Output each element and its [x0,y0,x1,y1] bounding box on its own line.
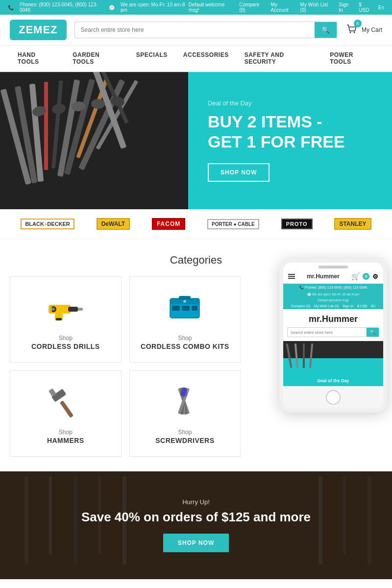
screwdrivers-name: SCREWDRIVERS [155,437,214,444]
screwdrivers-icon [165,383,204,422]
mobile-cart-badge: 0 [363,273,369,280]
svg-rect-52 [303,343,305,368]
svg-rect-22 [78,308,83,311]
mobile-status-bar [283,263,383,270]
mobile-brand-label: mr.Hummer [307,273,340,280]
cordless-drills-shop-label: Shop [59,335,73,342]
search-input[interactable] [75,22,315,38]
nav-accessories[interactable]: ACCESSORIES [175,46,237,71]
mobile-wishlist-link[interactable]: My Wish List (0) [314,304,339,308]
mobile-phone-info: 📞 Phones: (800) 123-0045, (800) 123-0046 [283,284,383,292]
clock-icon: 🕐 [109,5,115,10]
brand-stanley[interactable]: STANLEY [334,218,371,230]
mobile-signin-link[interactable]: Sign In [343,304,353,308]
brand-proto[interactable]: PROTO [281,219,313,229]
cart-icon-wrap: 6 [345,23,359,38]
nav-specials[interactable]: SPECIALS [128,46,175,71]
cordless-drills-icon [46,289,85,328]
mobile-settings-icon[interactable]: ⚙ [372,273,378,280]
nav-garden-tools[interactable]: GARDEN TOOLS [65,46,128,71]
promo-content: Hurry Up! Save 40% on orders of $125 and… [81,498,311,552]
mobile-notch [318,266,348,269]
logo[interactable]: ZEMEZ [10,20,67,40]
nav-power-tools[interactable]: POWER TOOLS [322,46,382,71]
mobile-preview: mr.Hummer 🛒 0 ⚙ 📞 Phones: (800) 123-0045… [279,259,387,413]
compare-link[interactable]: Compare (0) [239,2,265,13]
mobile-app-header: mr.Hummer 🛒 0 ⚙ [283,270,383,284]
welcome-msg: Default welcome msg! [189,2,234,13]
cordless-drills-name: CORDLESS DRILLS [31,343,100,350]
svg-rect-30 [179,296,191,300]
svg-rect-31 [172,306,180,311]
promo-shop-now-button[interactable]: Shop Now [163,534,229,552]
cordless-combo-name: CORDLESS COMBO KITS [141,343,229,350]
mobile-cart-icon[interactable]: 🛒 [351,272,360,280]
category-hammers[interactable]: Shop HAMMERS [10,370,122,457]
svg-rect-21 [68,307,78,312]
cart-label: My Cart [362,26,382,33]
cart-badge: 6 [354,20,362,27]
hammers-name: HAMMERS [47,437,84,444]
brand-dewalt[interactable]: DeWALT [97,218,130,230]
categories-section: Categories Shop CORDLESS DRILLS [0,239,392,471]
brand-facom[interactable]: FACOM [152,218,185,230]
svg-rect-24 [56,318,62,320]
cordless-combo-icon [165,289,204,328]
promo-banner: Hurry Up! Save 40% on orders of $125 and… [0,471,392,579]
language-selector[interactable]: En [378,5,384,10]
category-cordless-drills[interactable]: Shop CORDLESS DRILLS [10,276,122,363]
mobile-hero-image [283,341,383,375]
promo-title: Save 40% on orders of $125 and more [81,510,311,525]
sign-in-link[interactable]: Sign In [339,2,353,13]
currency-selector[interactable]: $ USD [359,2,372,13]
svg-rect-27 [50,306,52,313]
header: ZEMEZ 🔍 6 My Cart [0,15,392,46]
category-screwdrivers[interactable]: Shop SCREWDRIVERS [129,370,241,457]
brand-porter-cable[interactable]: PORTER ● CABLE [207,219,259,229]
search-button[interactable]: 🔍 [315,22,337,38]
top-bar-right: Default welcome msg! Compare (0) My Acco… [189,2,384,13]
mobile-home-button[interactable] [326,390,341,405]
bestsellers-section: Bestsellers [0,579,392,588]
my-account-link[interactable]: My Account [270,2,294,13]
mobile-welcome: Default welcome msg! [283,297,383,303]
phone-icon: 📞 [8,5,14,10]
mobile-lang[interactable]: En [371,304,376,308]
mobile-search-button[interactable]: 🔍 [367,328,379,337]
hero-image [0,72,188,209]
mobile-deal-bar: Deal of the Day [283,375,383,386]
combo-icon [165,291,204,325]
category-cordless-combo[interactable]: Shop CORDLESS COMBO KITS [129,276,241,363]
screwdrivers-shop-label: Shop [178,429,192,436]
brands-bar: BLACK+DECKER DeWALT FACOM PORTER ● CABLE… [0,209,392,239]
hammer-icon [46,385,85,419]
svg-point-18 [91,99,105,109]
nav-hand-tools[interactable]: HAND TOOLS [10,46,65,71]
hero-content: Deal of the Day BUY 2 ITEMS - GET 1 FOR … [188,72,392,209]
phone-info: Phones: (800) 123-0045, (800) 123-0046 [20,2,103,13]
wishlist-link[interactable]: My Wish List (0) [300,2,333,13]
svg-point-26 [52,308,55,311]
cart-area[interactable]: 6 My Cart [345,23,382,38]
promo-label: Hurry Up! [182,498,210,506]
svg-rect-6 [44,82,48,170]
mobile-currency[interactable]: $ USD [357,304,368,308]
svg-point-0 [350,31,351,33]
cordless-combo-shop-label: Shop [178,335,192,342]
drill-icon [46,291,85,325]
svg-rect-33 [192,306,197,311]
mobile-search-input[interactable] [288,328,367,337]
main-navigation: HAND TOOLS GARDEN TOOLS SPECIALS ACCESSO… [0,46,392,72]
hamburger-menu-icon[interactable] [288,274,295,279]
mobile-compare-link[interactable]: Compare (0) [291,304,310,308]
svg-rect-35 [60,400,74,418]
nav-safety[interactable]: SAFETY AND SECURITY [237,46,322,71]
hero-title: BUY 2 ITEMS - GET 1 FOR FREE [208,112,372,152]
hero-shop-now-button[interactable]: Shop Now [208,163,270,182]
svg-point-1 [354,31,355,33]
search-bar: 🔍 [74,22,337,38]
hammers-icon [46,383,85,422]
svg-rect-32 [182,306,190,311]
top-bar-left: 📞 Phones: (800) 123-0045, (800) 123-0046… [8,2,189,13]
brand-black-decker[interactable]: BLACK+DECKER [21,219,74,229]
